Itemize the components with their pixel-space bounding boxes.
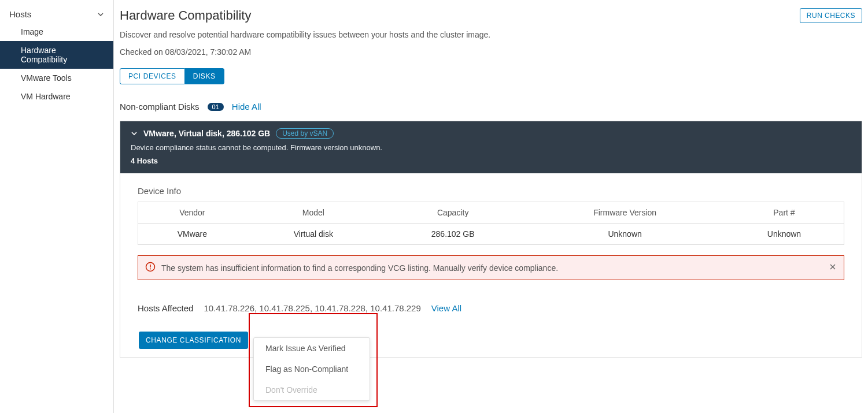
device-tabs: PCI DEVICES DISKS: [120, 68, 224, 84]
sidebar-item-label: VMware Tools: [21, 73, 72, 83]
menu-mark-verified[interactable]: Mark Issue As Verified: [254, 338, 370, 359]
panel-hosts-summary: 4 Hosts: [131, 157, 851, 165]
sidebar-item-vmware-tools[interactable]: VMware Tools: [0, 69, 113, 87]
panel-title: VMware, Virtual disk, 286.102 GB: [143, 129, 270, 138]
tab-pci-devices[interactable]: PCI DEVICES: [120, 68, 184, 84]
cell-capacity: 286.102 GB: [381, 224, 525, 245]
chevron-down-icon: [131, 130, 138, 137]
sidebar-item-label: Hardware Compatibility: [21, 46, 67, 64]
col-firmware: Firmware Version: [525, 202, 725, 224]
page-subtitle: Discover and resolve potential hardware …: [120, 30, 862, 39]
noncompliant-label: Non-compliant Disks: [120, 102, 200, 111]
col-part: Part #: [725, 202, 844, 224]
sidebar: Hosts Image Hardware Compatibility VMwar…: [0, 0, 114, 413]
cell-vendor: VMware: [138, 224, 246, 245]
table-header-row: Vendor Model Capacity Firmware Version P…: [138, 202, 844, 224]
sidebar-item-image[interactable]: Image: [0, 23, 113, 41]
sidebar-item-hardware-compatibility[interactable]: Hardware Compatibility: [0, 41, 113, 69]
noncompliant-count-badge: 01: [208, 103, 224, 111]
table-row: VMware Virtual disk 286.102 GB Unknown U…: [138, 224, 844, 245]
disk-panel: VMware, Virtual disk, 286.102 GB Used by…: [120, 121, 862, 358]
cell-model: Virtual disk: [246, 224, 381, 245]
hosts-affected-label: Hosts Affected: [138, 303, 193, 313]
page-title: Hardware Compatibility: [120, 8, 251, 23]
sidebar-item-vm-hardware[interactable]: VM Hardware: [0, 87, 113, 106]
col-model: Model: [246, 202, 381, 224]
device-info-table: Vendor Model Capacity Firmware Version P…: [138, 202, 844, 245]
svg-point-2: [150, 269, 151, 270]
error-icon: [145, 262, 156, 274]
change-classification-button[interactable]: CHANGE CLASSIFICATION: [139, 332, 248, 349]
sidebar-section-hosts[interactable]: Hosts: [0, 6, 113, 23]
vsan-badge: Used by vSAN: [276, 128, 334, 139]
panel-status-line: Device compliance status cannot be compu…: [131, 143, 851, 152]
device-info-label: Device Info: [138, 186, 844, 196]
cell-firmware: Unknown: [525, 224, 725, 245]
alert-banner: The system has insufficient information …: [138, 255, 844, 280]
col-capacity: Capacity: [381, 202, 525, 224]
panel-header[interactable]: VMware, Virtual disk, 286.102 GB Used by…: [120, 121, 862, 173]
change-classification-menu: Mark Issue As Verified Flag as Non-Compl…: [253, 337, 370, 401]
checked-on-text: Checked on 08/03/2021, 7:30:02 AM: [120, 47, 862, 57]
alert-text: The system has insufficient information …: [161, 263, 558, 273]
menu-dont-override: Don't Override: [254, 379, 370, 400]
sidebar-item-label: VM Hardware: [21, 92, 71, 101]
view-all-link[interactable]: View All: [431, 303, 461, 313]
sidebar-item-label: Image: [21, 27, 43, 36]
hosts-affected-ips: 10.41.78.226, 10.41.78.225, 10.41.78.228…: [204, 303, 420, 313]
cell-part: Unknown: [725, 224, 844, 245]
close-icon[interactable]: [829, 263, 837, 273]
chevron-down-icon: [97, 11, 104, 18]
run-checks-button[interactable]: RUN CHECKS: [800, 8, 862, 23]
hide-all-link[interactable]: Hide All: [232, 102, 261, 111]
col-vendor: Vendor: [138, 202, 246, 224]
tab-disks[interactable]: DISKS: [184, 68, 224, 84]
main-content: Hardware Compatibility RUN CHECKS Discov…: [114, 0, 868, 413]
menu-flag-noncompliant[interactable]: Flag as Non-Compliant: [254, 359, 370, 379]
sidebar-section-label: Hosts: [9, 9, 31, 19]
